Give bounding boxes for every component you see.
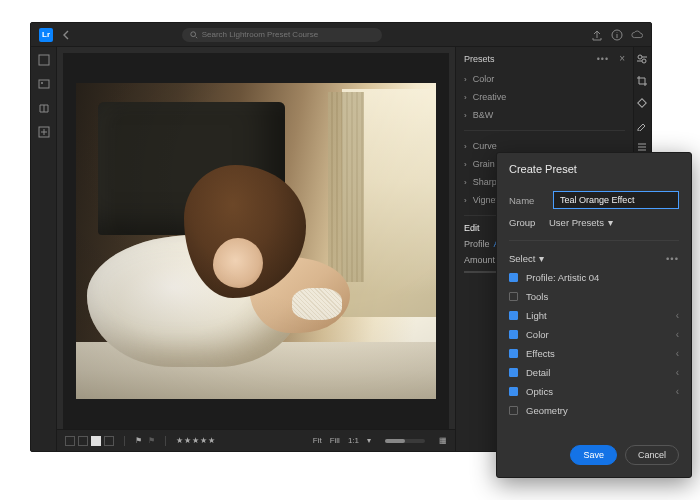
chevron-down-icon[interactable]: ▾	[367, 436, 371, 445]
presets-more-icon[interactable]: •••	[597, 54, 609, 64]
search-icon	[190, 31, 198, 39]
checkbox[interactable]	[509, 368, 518, 377]
search-input[interactable]	[202, 30, 374, 39]
chevron-left-icon[interactable]: ‹	[676, 310, 679, 321]
dialog-title: Create Preset	[497, 153, 691, 183]
preset-name-input[interactable]	[553, 191, 679, 209]
chevron-right-icon: ›	[464, 75, 467, 84]
add-icon[interactable]	[37, 125, 51, 139]
zoom-ratio[interactable]: 1:1	[348, 436, 359, 445]
preset-option[interactable]: Optics‹	[509, 382, 679, 401]
chevron-down-icon[interactable]: ▾	[608, 217, 613, 228]
preset-group[interactable]: ›Creative	[464, 88, 625, 106]
preset-group-label: Creative	[473, 92, 507, 102]
preset-option-label: Geometry	[526, 405, 568, 416]
learn-icon[interactable]	[37, 101, 51, 115]
group-value: User Presets	[549, 217, 604, 228]
preset-group-label: Color	[473, 74, 495, 84]
rating-stars[interactable]: ★★★★★	[176, 436, 216, 445]
photo-preview	[76, 83, 436, 399]
app-logo: Lr	[39, 28, 53, 42]
chevron-left-icon[interactable]: ‹	[676, 329, 679, 340]
center-area: ⚑ ⚑ ★★★★★ Fit Fill 1:1 ▾ ▦	[57, 47, 455, 451]
save-button[interactable]: Save	[570, 445, 617, 465]
preset-option-label: Optics	[526, 386, 553, 397]
profile-label: Profile	[464, 239, 490, 249]
heal-tool-icon[interactable]	[636, 97, 650, 111]
preset-group[interactable]: ›Color	[464, 70, 625, 88]
chevron-right-icon: ›	[464, 142, 467, 151]
chevron-right-icon: ›	[464, 93, 467, 102]
checkbox[interactable]	[509, 406, 518, 415]
preset-group-label: B&W	[473, 110, 494, 120]
svg-rect-8	[637, 99, 645, 107]
photos-icon[interactable]	[37, 77, 51, 91]
chevron-right-icon: ›	[464, 196, 467, 205]
preset-option[interactable]: Tools	[509, 287, 679, 306]
preset-option-label: Effects	[526, 348, 555, 359]
fill-label[interactable]: Fill	[330, 436, 340, 445]
amount-label: Amount	[464, 255, 495, 265]
crop-tool-icon[interactable]	[636, 75, 650, 89]
cloud-icon[interactable]	[631, 29, 643, 41]
chevron-right-icon: ›	[464, 111, 467, 120]
grid-toggle-icon[interactable]: ▦	[439, 436, 447, 445]
checkbox[interactable]	[509, 349, 518, 358]
name-label: Name	[509, 195, 545, 206]
checkbox[interactable]	[509, 273, 518, 282]
select-more-icon[interactable]: •••	[666, 253, 679, 264]
share-icon[interactable]	[591, 29, 603, 41]
preset-group[interactable]: ›B&W	[464, 106, 625, 124]
preset-group-row[interactable]: Group User Presets ▾	[509, 213, 679, 232]
preset-name-row: Name	[509, 187, 679, 213]
preset-option-label: Light	[526, 310, 547, 321]
svg-rect-2	[39, 55, 49, 65]
home-icon[interactable]	[37, 53, 51, 67]
preset-option[interactable]: Light‹	[509, 306, 679, 325]
chevron-right-icon: ›	[464, 178, 467, 187]
edit-tool-icon[interactable]	[636, 53, 650, 67]
checkbox[interactable]	[509, 387, 518, 396]
svg-point-6	[638, 55, 642, 59]
select-row[interactable]: Select ▾ •••	[509, 249, 679, 268]
search-box[interactable]	[182, 28, 382, 42]
select-label: Select	[509, 253, 535, 264]
chevron-left-icon[interactable]: ‹	[676, 348, 679, 359]
preset-option[interactable]: Color‹	[509, 325, 679, 344]
top-bar: Lr	[31, 23, 651, 47]
dialog-footer: Save Cancel	[497, 435, 691, 477]
checkbox[interactable]	[509, 292, 518, 301]
reject-icon[interactable]: ⚑	[148, 436, 155, 445]
fit-label[interactable]: Fit	[313, 436, 322, 445]
preset-option-label: Tools	[526, 291, 548, 302]
preset-group-label: Curve	[473, 141, 497, 151]
brush-tool-icon[interactable]	[636, 119, 650, 133]
preset-option[interactable]: Detail‹	[509, 363, 679, 382]
view-modes[interactable]	[65, 436, 114, 446]
back-icon[interactable]	[61, 29, 73, 41]
checkbox[interactable]	[509, 330, 518, 339]
preset-option[interactable]: Geometry	[509, 401, 679, 420]
preset-option-label: Detail	[526, 367, 550, 378]
preset-option[interactable]: Effects‹	[509, 344, 679, 363]
info-icon[interactable]	[611, 29, 623, 41]
edit-title: Edit	[464, 223, 480, 233]
create-preset-dialog: Create Preset Name Group User Presets ▾ …	[496, 152, 692, 478]
chevron-down-icon[interactable]: ▾	[539, 253, 544, 264]
group-label: Group	[509, 217, 545, 228]
presets-header: Presets ••• ×	[464, 53, 625, 64]
checkbox[interactable]	[509, 311, 518, 320]
bottom-bar: ⚑ ⚑ ★★★★★ Fit Fill 1:1 ▾ ▦	[57, 429, 455, 451]
presets-title: Presets	[464, 54, 495, 64]
svg-point-7	[642, 59, 646, 63]
svg-point-0	[190, 31, 195, 36]
flag-icon[interactable]: ⚑	[135, 436, 142, 445]
preset-option[interactable]: Profile: Artistic 04	[509, 268, 679, 287]
cancel-button[interactable]: Cancel	[625, 445, 679, 465]
close-icon[interactable]: ×	[619, 53, 625, 64]
chevron-left-icon[interactable]: ‹	[676, 386, 679, 397]
chevron-left-icon[interactable]: ‹	[676, 367, 679, 378]
image-canvas[interactable]	[63, 53, 449, 429]
svg-point-4	[41, 82, 43, 84]
preset-group-label: Grain	[473, 159, 495, 169]
